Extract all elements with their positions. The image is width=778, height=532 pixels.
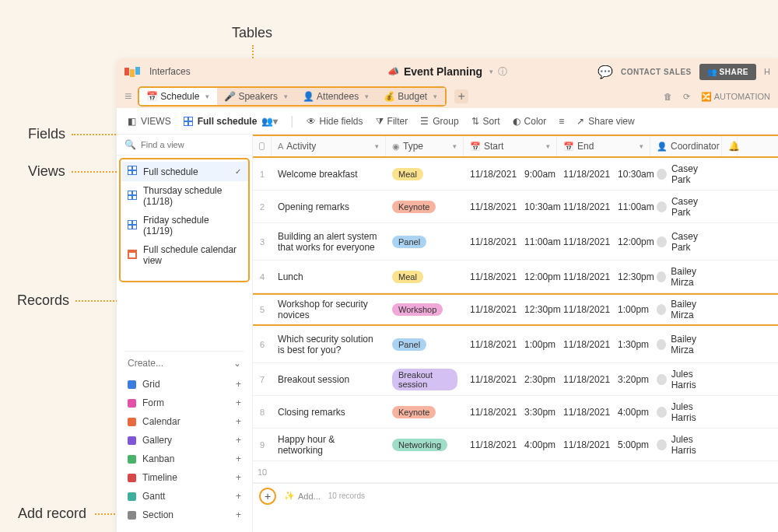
sort-button[interactable]: ⇅ Sort xyxy=(471,116,500,127)
tab-attendees[interactable]: 👤Attendees▾ xyxy=(296,88,377,105)
trash-icon[interactable]: 🗑 xyxy=(664,92,672,101)
hide-fields-button[interactable]: 👁 Hide fields xyxy=(307,116,363,127)
cell-start[interactable]: 11/18/20219:00am xyxy=(464,158,557,190)
table-row[interactable]: 8 Closing remarks Keynote 11/18/20213:30… xyxy=(253,396,778,429)
cell-coordinator[interactable]: Bailey Mirza xyxy=(650,326,722,362)
cell-activity[interactable]: Happy hour & networking xyxy=(272,429,386,460)
group-button[interactable]: ☰ Group xyxy=(420,116,458,127)
add-wand-button[interactable]: ✨ Add... xyxy=(284,491,321,501)
cell-coordinator[interactable]: Bailey Mirza xyxy=(650,295,722,324)
create-header[interactable]: Create... ⌄ xyxy=(124,351,244,375)
current-view-name[interactable]: Full schedule 👥▾ xyxy=(184,116,279,127)
table-row[interactable]: 5 Workshop for security novices Workshop… xyxy=(253,293,778,326)
create-timeline[interactable]: Timeline+ xyxy=(124,468,244,487)
view-item[interactable]: Thursday schedule (11/18) xyxy=(121,181,248,211)
app-title[interactable]: Event Planning xyxy=(404,65,482,78)
history-icon[interactable]: ⟳ xyxy=(683,92,690,102)
cell-activity[interactable]: Opening remarks xyxy=(272,191,386,222)
cell-start[interactable]: 11/18/202112:30pm xyxy=(464,295,557,324)
cell-type[interactable]: Networking xyxy=(386,429,464,460)
cell-type[interactable]: Panel xyxy=(386,223,464,260)
cell-start[interactable]: 11/18/202110:30am xyxy=(464,191,557,222)
cell-activity[interactable]: Which security solution is best for you? xyxy=(272,326,386,362)
view-item[interactable]: Full schedule✓ xyxy=(121,162,248,181)
interfaces-link[interactable]: Interfaces xyxy=(149,66,191,77)
checkbox-header[interactable] xyxy=(253,136,272,156)
filter-button[interactable]: ⧩ Filter xyxy=(376,116,408,127)
cell-coordinator[interactable]: Casey Park xyxy=(650,191,722,222)
contact-sales-link[interactable]: CONTACT SALES xyxy=(621,68,692,76)
column-start[interactable]: 📅Start▾ xyxy=(464,136,557,156)
column-extra[interactable]: 🔔 xyxy=(722,136,738,156)
app-logo[interactable] xyxy=(124,68,140,75)
cell-coordinator[interactable]: Casey Park xyxy=(650,223,722,260)
table-row[interactable]: 9 Happy hour & networking Networking 11/… xyxy=(253,429,778,461)
share-view-button[interactable]: ↗ Share view xyxy=(576,116,634,127)
create-kanban[interactable]: Kanban+ xyxy=(124,450,244,468)
table-row[interactable]: 3 Building an alert system that works fo… xyxy=(253,223,778,261)
share-button[interactable]: 👥 SHARE xyxy=(699,64,756,80)
tab-budget[interactable]: 💰Budget▾ xyxy=(377,88,445,105)
table-row[interactable]: 1 Welcome breakfast Meal 11/18/20219:00a… xyxy=(253,158,778,191)
cell-end[interactable]: 11/18/20215:00pm xyxy=(557,429,650,460)
automation-link[interactable]: 🔀 AUTOMATION xyxy=(701,92,770,102)
create-gantt[interactable]: Gantt+ xyxy=(124,487,244,506)
cell-type[interactable]: Breakout session xyxy=(386,363,464,395)
cell-activity[interactable]: Closing remarks xyxy=(272,396,386,428)
cell-type[interactable]: Panel xyxy=(386,326,464,362)
cell-coordinator[interactable]: Jules Harris xyxy=(650,363,722,395)
cell-start[interactable]: 11/18/202112:00pm xyxy=(464,261,557,292)
cell-activity[interactable]: Breakout session xyxy=(272,363,386,395)
cell-coordinator[interactable]: Jules Harris xyxy=(650,429,722,460)
view-search-input[interactable] xyxy=(141,140,248,149)
cell-end[interactable]: 11/18/20211:30pm xyxy=(557,326,650,362)
column-activity[interactable]: AActivity▾ xyxy=(272,136,386,156)
cell-start[interactable]: 11/18/20212:30pm xyxy=(464,363,557,395)
column-end[interactable]: 📅End▾ xyxy=(557,136,650,156)
create-form[interactable]: Form+ xyxy=(124,394,244,412)
cell-type[interactable]: Meal xyxy=(386,261,464,292)
chevron-down-icon[interactable]: ▾ xyxy=(489,68,493,75)
create-grid[interactable]: Grid+ xyxy=(124,375,244,394)
hamburger-icon[interactable]: ≡ xyxy=(124,89,131,103)
cell-end[interactable]: 11/18/202112:30pm xyxy=(557,261,650,292)
add-tab-button[interactable]: + xyxy=(454,89,468,103)
cell-start[interactable]: 11/18/20214:00pm xyxy=(464,429,557,460)
cell-type[interactable]: Keynote xyxy=(386,396,464,428)
cell-end[interactable]: 11/18/202110:30am xyxy=(557,158,650,190)
cell-activity[interactable]: Workshop for security novices xyxy=(272,295,386,324)
info-icon[interactable]: ⓘ xyxy=(498,65,507,79)
tab-schedule[interactable]: 📅Schedule▾ xyxy=(139,88,217,105)
column-type[interactable]: ◉Type▾ xyxy=(386,136,464,156)
color-button[interactable]: ◐ Color xyxy=(513,116,547,127)
cell-end[interactable]: 11/18/20214:00pm xyxy=(557,396,650,428)
table-row[interactable]: 6 Which security solution is best for yo… xyxy=(253,326,778,363)
table-row[interactable]: 2 Opening remarks Keynote 11/18/202110:3… xyxy=(253,191,778,223)
table-row[interactable]: 4 Lunch Meal 11/18/202112:00pm 11/18/202… xyxy=(253,261,778,293)
column-coordinator[interactable]: 👤Coordinator xyxy=(650,136,722,156)
cell-start[interactable]: 11/18/202111:00am xyxy=(464,223,557,260)
cell-activity[interactable]: Welcome breakfast xyxy=(272,158,386,190)
cell-end[interactable]: 11/18/202111:00am xyxy=(557,191,650,222)
cell-end[interactable]: 11/18/20211:00pm xyxy=(557,295,650,324)
cell-activity[interactable]: Building an alert system that works for … xyxy=(272,223,386,260)
create-section[interactable]: Section+ xyxy=(124,506,244,524)
cell-activity[interactable]: Lunch xyxy=(272,261,386,292)
create-gallery[interactable]: Gallery+ xyxy=(124,431,244,450)
tab-speakers[interactable]: 🎤Speakers▾ xyxy=(217,88,296,105)
cell-type[interactable]: Meal xyxy=(386,158,464,190)
cell-start[interactable]: 11/18/20211:00pm xyxy=(464,326,557,362)
add-record-button[interactable]: + xyxy=(259,488,276,505)
view-item[interactable]: Full schedule calendar view xyxy=(121,240,248,270)
cell-coordinator[interactable]: Jules Harris xyxy=(650,396,722,428)
cell-start[interactable]: 11/18/20213:30pm xyxy=(464,396,557,428)
table-row[interactable]: 7 Breakout session Breakout session 11/1… xyxy=(253,363,778,396)
views-toggle[interactable]: ◧ VIEWS xyxy=(128,116,171,127)
empty-row[interactable]: 10 xyxy=(253,461,778,483)
cell-type[interactable]: Workshop xyxy=(386,295,464,324)
cell-coordinator[interactable]: Casey Park xyxy=(650,158,722,190)
view-item[interactable]: Friday schedule (11/19) xyxy=(121,211,248,240)
cell-end[interactable]: 11/18/20213:20pm xyxy=(557,363,650,395)
create-calendar[interactable]: Calendar+ xyxy=(124,412,244,431)
cell-type[interactable]: Keynote xyxy=(386,191,464,222)
